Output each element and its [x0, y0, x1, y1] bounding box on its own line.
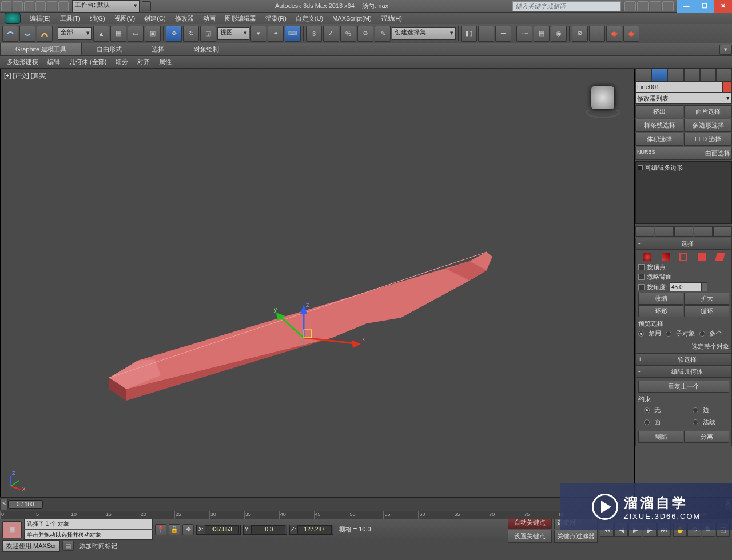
- menu-customize[interactable]: 自定义(U): [291, 13, 328, 24]
- subobj-polygon-icon[interactable]: [698, 253, 706, 261]
- tab-modify-icon[interactable]: [651, 69, 667, 81]
- tab-selection[interactable]: 选择: [137, 43, 179, 55]
- subobj-border-icon[interactable]: [679, 253, 687, 261]
- tab-paint[interactable]: 对象绘制: [179, 43, 234, 55]
- subobj-element-icon[interactable]: [715, 253, 725, 261]
- subscription-icon[interactable]: [624, 1, 636, 11]
- modifier-stack[interactable]: 可编辑多边形: [635, 161, 732, 224]
- menu-modifiers[interactable]: 修改器: [170, 13, 198, 24]
- show-end-icon[interactable]: [655, 226, 674, 237]
- edit-named-sel-button[interactable]: ✎: [375, 26, 391, 42]
- ref-coord[interactable]: 视图: [217, 27, 249, 40]
- curve-editor-button[interactable]: 〰: [516, 26, 532, 42]
- select-name-button[interactable]: ▦: [110, 26, 126, 42]
- window-crossing-button[interactable]: ▣: [145, 26, 161, 42]
- named-selection[interactable]: 创建选择集: [392, 27, 456, 40]
- maximize-button[interactable]: ☐: [695, 0, 714, 13]
- app-menu-icon[interactable]: [5, 13, 21, 24]
- time-prev-icon[interactable]: <: [0, 499, 8, 510]
- stack-item[interactable]: 可编辑多边形: [637, 163, 730, 173]
- material-editor-button[interactable]: ◉: [551, 26, 567, 42]
- radio-normal[interactable]: [693, 419, 698, 425]
- snap-spinner-button[interactable]: ⟳: [357, 26, 373, 42]
- menu-help[interactable]: 帮助(H): [376, 13, 407, 24]
- tab-freeform[interactable]: 自由形式: [82, 43, 137, 55]
- rotate-button[interactable]: ↻: [183, 26, 199, 42]
- menu-animation[interactable]: 动画: [198, 13, 220, 24]
- panel-props[interactable]: 属性: [154, 57, 176, 67]
- modifier-list[interactable]: 修改器列表: [635, 93, 732, 104]
- abs-rel-icon[interactable]: ✥: [182, 524, 194, 535]
- close-button[interactable]: ✕: [714, 0, 732, 13]
- save-icon[interactable]: [24, 1, 34, 11]
- radio-face[interactable]: [644, 419, 650, 425]
- btn-poly-select[interactable]: 多边形选择: [684, 119, 732, 132]
- tab-create-icon[interactable]: [635, 69, 651, 81]
- menu-create[interactable]: 创建(C): [140, 13, 170, 24]
- panel-polymodel[interactable]: 多边形建模: [2, 57, 43, 67]
- render-production-button[interactable]: 🫖: [623, 26, 639, 42]
- workspace-selector[interactable]: 工作台: 默认: [72, 0, 151, 13]
- favorite-icon[interactable]: [650, 1, 661, 11]
- viewcube[interactable]: [583, 81, 623, 121]
- move-button[interactable]: ✥: [166, 26, 182, 42]
- render-frame-button[interactable]: ☐: [589, 26, 605, 42]
- search-input[interactable]: [512, 1, 621, 11]
- tab-hierarchy-icon[interactable]: [667, 69, 683, 81]
- selection-filter[interactable]: 全部: [58, 27, 92, 40]
- script-listener-icon[interactable]: ▤: [62, 541, 74, 551]
- chk-by-vertex[interactable]: 按顶点: [638, 262, 729, 272]
- btn-nurbs[interactable]: NURBS曲面选择: [635, 147, 732, 160]
- btn-vol-select[interactable]: 体积选择: [635, 133, 683, 146]
- btn-repeat-last[interactable]: 重复上一个: [638, 381, 729, 393]
- btn-loop[interactable]: 循环: [684, 305, 729, 317]
- btn-detach[interactable]: 分离: [684, 431, 729, 443]
- mirror-button[interactable]: ▮▯: [461, 26, 477, 42]
- menu-views[interactable]: 视图(V): [110, 13, 140, 24]
- tab-utilities-icon[interactable]: [716, 69, 732, 81]
- btn-patch-select[interactable]: 面片选择: [684, 105, 732, 118]
- snap-percent-button[interactable]: %: [340, 26, 356, 42]
- panel-align[interactable]: 对齐: [133, 57, 154, 67]
- menu-graph[interactable]: 图形编辑器: [220, 13, 261, 24]
- exchange-icon[interactable]: [637, 1, 649, 11]
- lock-icon[interactable]: 🔒: [169, 524, 180, 535]
- make-unique-icon[interactable]: [674, 226, 693, 237]
- radio-none[interactable]: [644, 407, 650, 413]
- select-rect-button[interactable]: ▭: [128, 26, 144, 42]
- workspace-menu-icon[interactable]: [142, 1, 151, 11]
- redo-button[interactable]: [19, 26, 35, 42]
- manipulate-button[interactable]: ✦: [268, 26, 284, 42]
- menu-tools[interactable]: 工具(T): [55, 13, 85, 24]
- btn-grow[interactable]: 扩大: [684, 293, 729, 305]
- scale-button[interactable]: ◲: [200, 26, 216, 42]
- menu-maxscript[interactable]: MAXScript(M): [328, 14, 376, 23]
- help-icon[interactable]: [662, 1, 674, 11]
- tab-graphite[interactable]: Graphite 建模工具: [0, 43, 82, 56]
- tab-display-icon[interactable]: [700, 69, 716, 81]
- btn-collapse[interactable]: 塌陷: [638, 431, 683, 443]
- render-setup-button[interactable]: ⚙: [572, 26, 588, 42]
- minimize-button[interactable]: —: [677, 0, 695, 13]
- ribbon-toggle-icon[interactable]: ▾: [719, 45, 732, 55]
- pivot-button[interactable]: ▾: [250, 26, 266, 42]
- align-button[interactable]: ≡: [478, 26, 494, 42]
- rollout-selection-header[interactable]: -选择: [635, 238, 732, 250]
- add-time-tag[interactable]: 添加时间标记: [76, 542, 121, 550]
- radio-multi[interactable]: [699, 331, 705, 337]
- key-filters-button[interactable]: 关键点过滤器: [554, 530, 598, 543]
- configure-sets-icon[interactable]: [713, 226, 732, 237]
- btn-ring[interactable]: 环形: [638, 305, 683, 317]
- setkey-button[interactable]: 设置关键点: [508, 530, 552, 543]
- subobj-vertex-icon[interactable]: [643, 253, 651, 261]
- open-icon[interactable]: [13, 1, 23, 11]
- viewport[interactable]: [+] [正交] [真实] z y x: [0, 69, 635, 497]
- menu-render[interactable]: 渲染(R): [261, 13, 291, 24]
- lock-selection-icon[interactable]: 📍: [155, 524, 166, 535]
- remove-mod-icon[interactable]: [694, 226, 713, 237]
- render-button[interactable]: 🫖: [606, 26, 622, 42]
- schematic-button[interactable]: ▤: [534, 26, 550, 42]
- menu-edit[interactable]: 编辑(E): [25, 13, 55, 24]
- link-button[interactable]: [37, 26, 53, 42]
- project-icon[interactable]: [58, 1, 69, 11]
